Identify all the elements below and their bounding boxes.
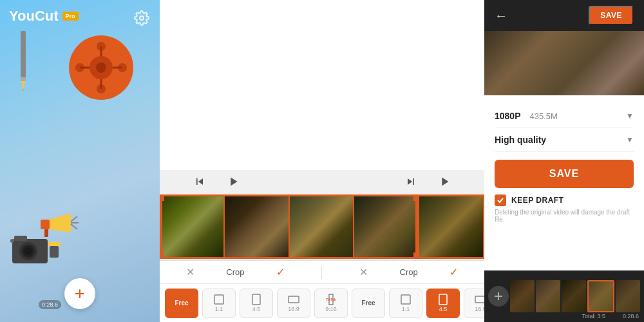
keep-draft-label: KEEP DRAFT — [511, 196, 564, 205]
gear-icon[interactable] — [134, 10, 149, 26]
thumb-cell-4 — [587, 280, 614, 312]
aspect-9-16-a[interactable]: TikTok 9:16 — [314, 289, 348, 318]
check-icon-right: ✓ — [450, 266, 458, 278]
check-icon-left: ✓ — [276, 266, 285, 278]
film-frame — [225, 196, 290, 257]
film-strip — [160, 194, 484, 259]
svg-point-0 — [140, 16, 144, 20]
film-frame — [354, 196, 419, 257]
timeline-total: Total: 3:5 — [582, 313, 605, 319]
svg-rect-12 — [21, 31, 26, 79]
play-button[interactable] — [224, 173, 242, 191]
resolution-size: 435.5M — [529, 111, 557, 121]
svg-rect-23 — [14, 236, 27, 241]
thumb-cell-1 — [510, 280, 535, 312]
app-logo: YouCut Pro — [9, 8, 79, 24]
svg-point-26 — [24, 247, 32, 255]
film-frame — [419, 196, 484, 257]
confirm-crop-left[interactable]: ✓ — [276, 266, 285, 278]
pencil-decoration — [17, 31, 30, 98]
main-editor: ✕ Crop ✓ ✕ Crop ✓ Free 1:1 4:5 16:9 — [160, 0, 484, 322]
cancel-crop-left[interactable]: ✕ — [186, 266, 194, 278]
timeline-thumbnails: Total: 3:5 0:28.6 — [484, 270, 644, 322]
svg-rect-32 — [289, 296, 299, 303]
keep-draft-row: KEEP DRAFT — [495, 194, 634, 206]
crop-label-left: Crop — [226, 267, 244, 277]
thumb-cell-5 — [616, 280, 640, 312]
back-button[interactable]: ← — [495, 8, 507, 23]
svg-rect-35 — [439, 294, 447, 305]
svg-rect-27 — [48, 242, 61, 246]
svg-marker-15 — [22, 89, 24, 92]
svg-rect-34 — [401, 295, 410, 304]
svg-point-3 — [96, 62, 106, 73]
video-thumbnail — [484, 31, 644, 95]
divider — [321, 266, 322, 279]
thumbnail-image — [484, 31, 644, 95]
add-icon: + — [75, 285, 85, 303]
quality-label: High quality — [495, 135, 546, 145]
aspect-4-5-b[interactable]: 4:5 — [426, 289, 460, 318]
add-button[interactable]: + — [64, 278, 95, 309]
timeline-strip — [160, 170, 484, 260]
resolution-row: 1080P 435.5M — [495, 111, 558, 121]
right-panel: ← SAVE 1080P 435.5M ▼ High quality ▼ SAV… — [484, 0, 644, 322]
thumb-cell-2 — [536, 280, 560, 312]
aspect-free-2[interactable]: Free — [352, 289, 385, 318]
svg-line-20 — [71, 224, 77, 229]
quality-dropdown-arrow: ▼ — [626, 135, 634, 144]
resolution-dropdown-arrow: ▼ — [626, 111, 634, 120]
keep-draft-note: Deleting the original video will damage … — [495, 209, 634, 223]
aspect-1-1-a[interactable]: 1:1 — [202, 289, 236, 318]
aspect-16-9-b[interactable]: 16:9 — [464, 289, 484, 318]
film-frame — [290, 196, 355, 257]
svg-rect-31 — [252, 294, 260, 305]
panel-header: ← SAVE — [484, 0, 644, 31]
aspect-ratio-selector: Free 1:1 4:5 16:9 TikTok 9:16 Free 1:1 — [160, 283, 484, 322]
confirm-crop-right[interactable]: ✓ — [450, 266, 458, 278]
skip-forward-button[interactable] — [402, 173, 420, 191]
save-button-top[interactable]: SAVE — [589, 6, 634, 25]
resolution-label: 1080P — [495, 111, 520, 121]
video-preview — [160, 0, 484, 170]
svg-rect-14 — [21, 77, 26, 81]
svg-rect-36 — [475, 296, 484, 303]
crop-label-right: Crop — [400, 267, 418, 277]
sidebar: YouCut Pro — [0, 0, 160, 322]
cancel-icon-right: ✕ — [359, 266, 368, 278]
aspect-16-9-a[interactable]: 16:9 — [277, 289, 310, 318]
film-reel-decoration — [66, 32, 137, 106]
aspect-1-1-b[interactable]: 1:1 — [389, 289, 422, 318]
aspect-4-5[interactable]: 4:5 — [240, 289, 273, 318]
aspect-free-1[interactable]: Free — [165, 289, 198, 318]
time-badge: 0:28.6 — [39, 300, 61, 309]
export-panel: 1080P 435.5M ▼ High quality ▼ SAVE KEEP … — [484, 95, 644, 270]
cancel-crop-right[interactable]: ✕ — [359, 266, 368, 278]
cancel-icon-left: ✕ — [186, 266, 194, 278]
svg-line-18 — [71, 216, 77, 222]
keep-draft-checkbox[interactable] — [495, 194, 506, 206]
svg-rect-28 — [50, 246, 59, 258]
play-button-2[interactable] — [435, 173, 453, 191]
svg-text:TikTok: TikTok — [326, 298, 336, 301]
quality-option[interactable]: High quality ▼ — [495, 128, 634, 152]
svg-rect-17 — [41, 220, 50, 229]
playback-controls — [160, 170, 484, 193]
skip-back-button[interactable] — [191, 173, 209, 191]
pro-badge: Pro — [62, 12, 79, 21]
save-button-main[interactable]: SAVE — [495, 160, 634, 188]
thumb-cell-3 — [562, 280, 586, 312]
svg-point-29 — [10, 239, 14, 243]
crop-toolbar: ✕ Crop ✓ ✕ Crop ✓ — [160, 260, 484, 283]
resolution-option[interactable]: 1080P 435.5M ▼ — [495, 104, 634, 128]
svg-rect-30 — [214, 295, 223, 304]
film-frame — [160, 196, 225, 257]
camera-decoration — [9, 229, 67, 270]
app-name: YouCut — [9, 8, 59, 24]
add-clip-button[interactable] — [488, 286, 509, 307]
timeline-time: 0:28.6 — [623, 313, 639, 319]
